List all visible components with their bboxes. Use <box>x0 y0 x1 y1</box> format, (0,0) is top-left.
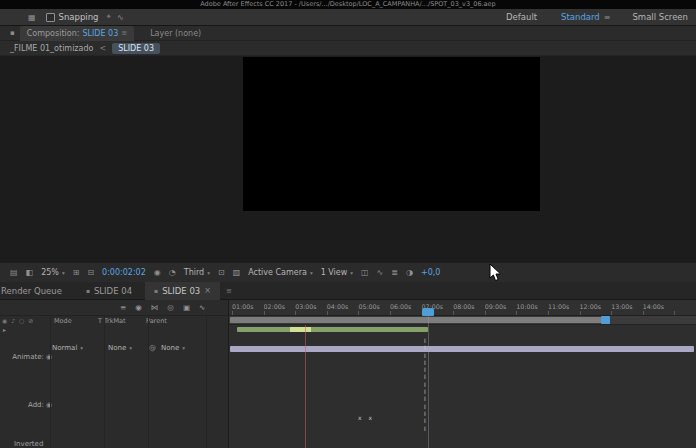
exposure-reset-icon[interactable]: ◑ <box>406 268 413 277</box>
keyframe-x-icon[interactable]: x <box>358 414 362 421</box>
keyframe-icon[interactable]: I <box>424 382 426 388</box>
snapping-checkbox[interactable] <box>46 13 55 22</box>
composition-tab-name: SLIDE 03 <box>82 29 118 38</box>
snap-wave-icon[interactable]: ∿ <box>117 13 124 22</box>
mouse-cursor <box>489 263 502 282</box>
layer-twirl-icon[interactable]: ▸ <box>3 326 6 333</box>
keyframe-icon[interactable]: I <box>424 404 426 410</box>
tab-composition[interactable]: Composition: SLIDE 03 ≡ <box>20 26 134 41</box>
timeline-left-columns: ≡ ◉ ⋈ ◎ ▣ ∿ ◉ ♪ ○ ⊘ Mode T TrkMat Parent… <box>0 300 228 448</box>
parent-pickwhip-icon[interactable]: @ <box>149 344 156 352</box>
graph-editor-icon[interactable]: ▣ <box>183 303 190 312</box>
preview-monitor-icon[interactable]: ▤ <box>10 268 18 277</box>
fast-preview-icon[interactable]: ∿ <box>377 268 384 277</box>
timeline-panel: ≡ ◉ ⋈ ◎ ▣ ∿ ◉ ♪ ○ ⊘ Mode T TrkMat Parent… <box>0 300 696 448</box>
tab-render-queue[interactable]: Render Queue <box>0 282 71 300</box>
view-layout-value: 1 View <box>321 268 348 277</box>
column-header-mode: Mode <box>54 317 72 325</box>
workspace-small-screen-button[interactable]: Small Screen <box>632 12 688 22</box>
comp-icon: ▪ <box>154 287 158 294</box>
keyframe-icon[interactable]: I <box>424 411 426 417</box>
column-divider <box>206 316 207 448</box>
render-queue-label: Render Queue <box>1 286 62 296</box>
timeline-panel-menu-icon[interactable]: ≡ <box>226 287 232 295</box>
after-effects-window: Adobe After Effects CC 2017 - /Users/...… <box>0 0 696 448</box>
layer-duration-bar-lavender[interactable] <box>230 346 694 352</box>
ruler-ticks <box>232 311 692 315</box>
parent-value: None <box>161 344 179 352</box>
marker-line <box>305 325 306 448</box>
grid-options-icon[interactable]: ⊞ <box>73 268 80 277</box>
draft-3d-icon[interactable]: ∿ <box>199 303 205 312</box>
keyframe-icon[interactable]: I <box>424 360 426 366</box>
keyframe-icon[interactable]: I <box>424 367 426 373</box>
work-area-end-handle[interactable] <box>601 316 610 324</box>
keyframe-icon[interactable]: I <box>424 389 426 395</box>
tab-slide-04[interactable]: ▪ SLIDE 04 <box>77 282 141 300</box>
timeline-menu-icon[interactable]: ≡ <box>120 303 126 312</box>
resolution-value: Third <box>184 268 204 277</box>
current-timecode[interactable]: 0:00:02:02 <box>102 268 146 277</box>
exposure-value[interactable]: +0,0 <box>421 268 440 277</box>
timeline-toolbar: ≡ ◉ ⋈ ◎ ▣ ∿ <box>0 300 228 316</box>
layer-duration-bar-green[interactable] <box>237 327 428 332</box>
current-time-indicator-line <box>428 316 429 448</box>
title-text: Adobe After Effects CC 2017 - /Users/...… <box>200 0 495 8</box>
animate-add-button[interactable]: ◉ <box>46 353 52 361</box>
current-time-indicator-handle[interactable] <box>422 308 434 316</box>
keyframe-icon[interactable]: I <box>424 396 426 402</box>
breadcrumb-current-comp[interactable]: SLIDE 03 <box>112 43 160 54</box>
tab-layer[interactable]: Layer (none) <box>150 29 201 38</box>
panel-square-icon: ▪ <box>10 29 15 37</box>
layer-duration-bar-highlight[interactable] <box>290 327 311 332</box>
trkmat-select[interactable]: None ▾ <box>108 344 132 352</box>
zoom-value: 25% <box>41 268 59 277</box>
view-layout-select[interactable]: 1 View ▾ <box>321 268 353 277</box>
motion-blur-icon[interactable]: ◎ <box>167 303 174 312</box>
work-area-bar[interactable] <box>230 317 610 323</box>
close-icon[interactable]: × <box>204 286 211 295</box>
animator-add-button[interactable]: ◉ <box>46 401 52 409</box>
keyframe-x-icon[interactable]: x <box>369 414 373 421</box>
chevron-down-icon: ▾ <box>182 345 185 351</box>
workspace-standard-button[interactable]: Standard <box>561 12 600 22</box>
add-label: Add: <box>28 401 44 409</box>
trkmat-value: None <box>108 344 126 352</box>
workspace-menu-icon[interactable]: ≡ <box>604 13 611 22</box>
snapshot-icon[interactable]: ◉ <box>154 268 161 277</box>
camera-view-select[interactable]: Active Camera ▾ <box>248 268 312 277</box>
mask-visibility-icon[interactable]: ⊟ <box>87 268 94 277</box>
show-channel-icon[interactable]: ◔ <box>169 268 176 277</box>
workspace-default-button[interactable]: Default <box>506 12 537 22</box>
mini-timeline-icon[interactable]: ≣ <box>391 268 398 277</box>
keyframe-icon[interactable]: I <box>424 353 426 359</box>
resolution-select[interactable]: Third ▾ <box>184 268 210 277</box>
parent-select[interactable]: None ▾ <box>161 344 185 352</box>
keyframe-icon[interactable]: I <box>424 338 426 344</box>
breadcrumb-root-comp[interactable]: _FILME 01_otimizado <box>10 44 93 53</box>
title-bar: Adobe After Effects CC 2017 - /Users/...… <box>0 0 696 9</box>
column-divider <box>104 316 105 448</box>
tab-slide-03[interactable]: ▪ SLIDE 03 × <box>145 282 220 300</box>
shy-layers-icon[interactable]: ◉ <box>135 303 142 312</box>
camera-view-value: Active Camera <box>248 268 307 277</box>
keyframe-icon[interactable]: I <box>424 426 426 432</box>
keyframe-column: IIIIIIIIIIIII <box>424 338 426 431</box>
transparency-grid-icon[interactable]: ▨ <box>233 268 241 277</box>
keyframe-icon[interactable]: I <box>424 374 426 380</box>
panel-menu-icon[interactable]: ≡ <box>121 29 127 37</box>
chevron-down-icon: ▾ <box>310 270 313 276</box>
region-of-interest-icon[interactable]: ⊡ <box>218 268 225 277</box>
keyframe-icon[interactable]: I <box>424 418 426 424</box>
inverted-property-label: Inverted <box>14 440 43 448</box>
keyframe-icon[interactable]: I <box>424 345 426 351</box>
zoom-select[interactable]: 25% ▾ <box>41 268 65 277</box>
snap-target-icon[interactable]: ⌖ <box>107 12 112 22</box>
frame-blending-icon[interactable]: ⋈ <box>151 303 159 312</box>
workspace-grid-icon[interactable]: ▦ <box>28 13 36 22</box>
slide-04-label: SLIDE 04 <box>94 286 132 296</box>
pixel-aspect-icon[interactable]: ◫ <box>361 268 369 277</box>
pan-region-icon[interactable]: ◧ <box>26 268 34 277</box>
timeline-column-headers: Mode T TrkMat Parent <box>0 316 228 325</box>
blend-mode-select[interactable]: Normal ▾ <box>52 344 83 352</box>
